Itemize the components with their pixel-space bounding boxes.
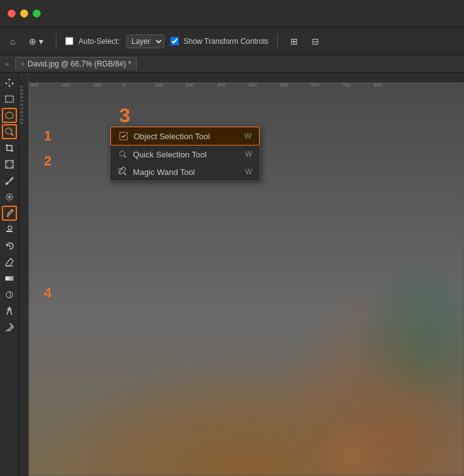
home-button[interactable]: ⌂ [6,34,19,49]
auto-select-checkbox-label[interactable]: Auto-Select: [65,37,119,46]
history-tool[interactable] [2,238,17,253]
quick-selection-shortcut: W [245,150,252,159]
pen-icon [4,322,14,332]
stamp-tool[interactable] [2,222,17,237]
svg-line-15 [9,246,11,247]
quick-selection-label: Quick Selection Tool [133,150,240,159]
frame-tool[interactable] [2,157,17,172]
stamp-icon [4,225,14,235]
minimize-button[interactable] [20,9,28,18]
pen-tool[interactable] [2,320,17,335]
show-transform-checkbox[interactable] [171,37,179,45]
magic-wand-icon [118,167,128,177]
healing-icon [4,192,14,202]
history-icon [4,241,14,251]
ruler-mark-100: 100 [154,82,162,88]
brush-tool[interactable] [2,206,17,221]
quick-selection-menu-item[interactable]: Quick Selection Tool W [110,145,260,163]
magic-wand-label: Magic Wand Tool [133,167,240,177]
ruler-mark-n300: -300 [29,82,39,88]
quick-selection-icon [118,149,128,159]
traffic-lights [8,9,41,18]
ruler-mark-n200: -200 [60,82,70,88]
dodge-icon [4,306,14,316]
ruler-mark-800: 800 [374,82,382,88]
svg-line-4 [6,161,8,163]
blur-tool[interactable] [2,287,17,302]
ruler-v-numbers: 4 5 1 0 1 2 3 4 5 6 7 [19,85,24,124]
ruler-mark-n100: -100 [92,82,102,88]
crop-tool[interactable] [2,140,17,156]
svg-line-2 [11,134,13,135]
svg-line-21 [125,156,127,158]
auto-select-label: Auto-Select: [78,37,119,46]
lasso-icon [4,110,14,120]
blur-icon [4,290,14,300]
eyedropper-icon [4,176,14,186]
move-tool-icon: ⊕ ▾ [29,36,43,46]
svg-line-7 [11,166,13,168]
show-transform-text: Show Transform Controls [184,37,268,46]
svg-line-5 [11,161,13,163]
toolbar: ⌂ ⊕ ▾ Auto-Select: Layer Show Transform … [0,28,464,55]
dodge-tool[interactable] [2,304,17,319]
ruler-mark-500: 500 [280,82,288,88]
move-tool-button[interactable]: ⊕ ▾ [25,34,47,49]
svg-rect-17 [6,277,13,280]
lasso-tool[interactable] [2,108,17,123]
svg-line-22 [124,172,126,175]
object-selection-label: Object Selection Tool [134,132,240,141]
align-right-button[interactable]: ⊟ [308,34,323,49]
svg-point-12 [8,226,12,230]
ruler-left: 4 5 1 0 1 2 3 4 5 6 7 [19,73,29,476]
step-4-label: 4 [44,285,51,301]
svg-rect-0 [6,96,13,102]
document-tab[interactable]: × David.jpg @ 66,7% (RGB/8#) * [15,57,137,70]
gradient-tool[interactable] [2,271,17,286]
rect-select-tool[interactable] [2,92,17,107]
ruler-mark-300: 300 [217,82,225,88]
quick-select-tool[interactable] [2,124,17,139]
toolbar-separator-2 [277,34,278,49]
align-left-button[interactable]: ⊞ [287,34,302,49]
step-3-label: 3 [119,104,130,127]
show-transform-label[interactable]: Show Transform Controls [171,37,268,46]
ruler-mark-200: 200 [186,82,194,88]
object-selection-shortcut: W [245,132,251,140]
ruler-top: -300 -200 -100 0 100 200 300 400 500 600… [19,73,464,83]
rect-select-icon [4,94,14,104]
tab-arrows: » [5,60,9,68]
quick-select-icon [4,127,14,137]
crop-icon [4,143,14,153]
tab-bar: » × David.jpg @ 66,7% (RGB/8#) * [0,55,464,73]
magic-wand-shortcut: W [245,167,252,176]
toolbox [0,73,19,476]
ruler-mark-700: 700 [342,82,351,88]
object-selection-icon [119,131,129,141]
main-area: -300 -200 -100 0 100 200 300 400 500 600… [0,73,464,476]
step-2-label: 2 [44,153,51,169]
layer-select[interactable]: Layer [126,34,164,48]
move-icon [4,78,14,88]
close-button[interactable] [8,9,16,18]
svg-rect-19 [120,132,127,140]
svg-point-1 [6,128,12,134]
eyedropper-tool[interactable] [2,173,17,188]
svg-line-27 [119,168,120,169]
frame-icon [4,159,14,169]
ruler-mark-600: 600 [311,82,319,88]
healing-tool[interactable] [2,189,17,204]
brush-icon [4,208,14,218]
svg-line-6 [6,166,8,168]
maximize-button[interactable] [33,9,41,18]
magic-wand-menu-item[interactable]: Magic Wand Tool W [110,163,260,181]
auto-select-checkbox[interactable] [65,37,73,45]
canvas-area: -300 -200 -100 0 100 200 300 400 500 600… [19,73,464,476]
toolbar-separator-1 [56,34,56,49]
tab-close-button[interactable]: × [21,61,24,68]
eraser-tool[interactable] [2,255,17,270]
object-selection-menu-item[interactable]: Object Selection Tool W [110,127,260,145]
gradient-icon [4,273,14,283]
svg-point-20 [120,151,125,156]
move-tool[interactable] [2,75,17,90]
